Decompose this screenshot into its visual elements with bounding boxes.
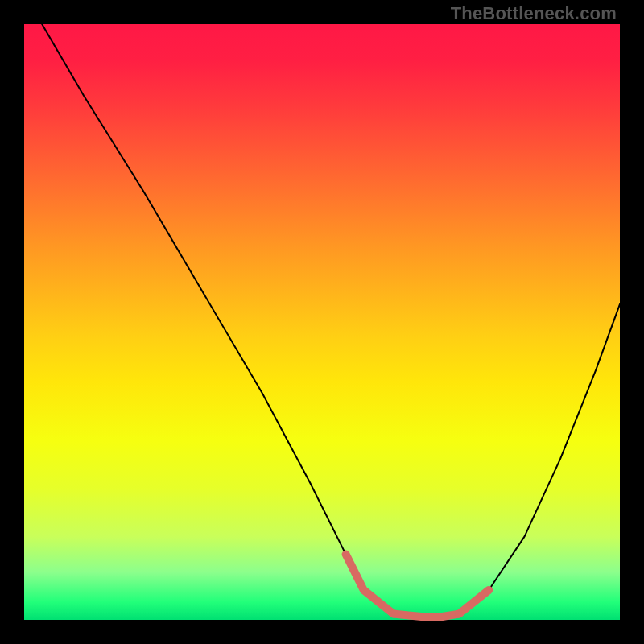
plot-area (24, 24, 620, 620)
bottleneck-curve (42, 24, 620, 617)
marker-segment-flat (394, 614, 459, 617)
watermark-text: TheBottleneck.com (451, 3, 617, 24)
marker-segment-left (346, 555, 394, 614)
chart-stage: TheBottleneck.com (0, 0, 644, 644)
curve-layer (24, 24, 620, 620)
marker-segment-right (459, 590, 489, 614)
